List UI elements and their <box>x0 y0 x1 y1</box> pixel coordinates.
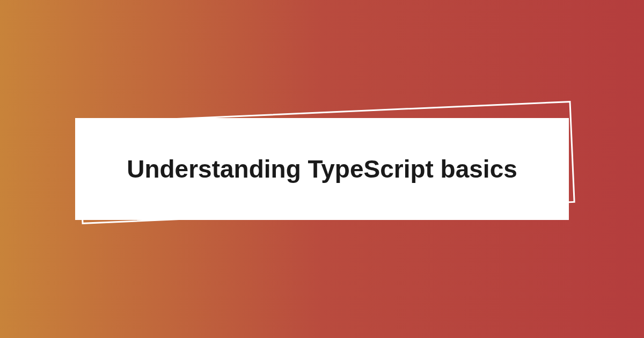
title-card: Understanding TypeScript basics <box>75 118 569 220</box>
page-title: Understanding TypeScript basics <box>127 155 517 183</box>
title-card-wrapper: Understanding TypeScript basics <box>75 118 569 220</box>
